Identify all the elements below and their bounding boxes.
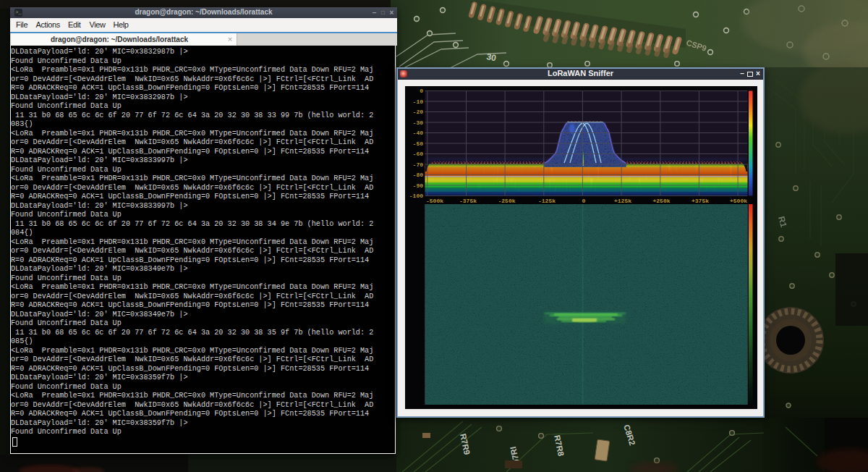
- svg-text:-40: -40: [413, 130, 424, 136]
- svg-text:-125k: -125k: [538, 198, 556, 204]
- svg-text:+500k: +500k: [730, 198, 747, 204]
- svg-text:-70: -70: [413, 161, 424, 168]
- svg-text:0: 0: [582, 198, 586, 204]
- svg-text:+375k: +375k: [692, 198, 709, 204]
- svg-text:-30: -30: [413, 119, 424, 126]
- svg-text:-500k: -500k: [426, 198, 443, 204]
- svg-text:+125k: +125k: [614, 198, 631, 204]
- svg-text:-10: -10: [413, 98, 424, 105]
- svg-text:-90: -90: [413, 182, 424, 189]
- svg-text:-80: -80: [413, 172, 424, 178]
- svg-text:-100: -100: [409, 193, 423, 199]
- svg-text:0: 0: [420, 88, 423, 94]
- svg-text:-50: -50: [413, 140, 424, 147]
- svg-text:+250k: +250k: [652, 198, 670, 204]
- svg-text:-60: -60: [413, 151, 424, 157]
- svg-text:-20: -20: [413, 109, 424, 115]
- svg-text:-250k: -250k: [498, 198, 515, 204]
- svg-text:-375k: -375k: [459, 198, 477, 204]
